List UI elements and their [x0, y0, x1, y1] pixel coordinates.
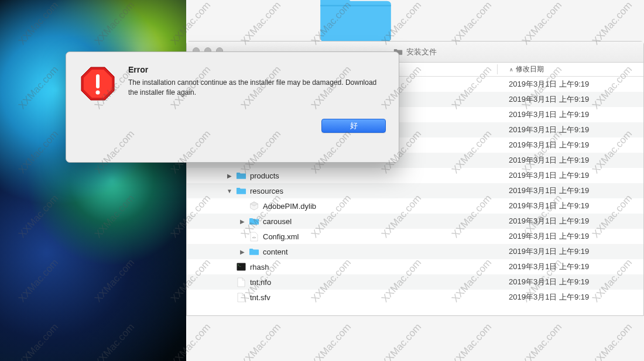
- watermark-text: XXMac.com: [590, 0, 635, 47]
- file-name-label: Config.xml: [263, 232, 299, 241]
- file-date-cell: 2019年3月1日 上午9:19: [497, 109, 643, 120]
- file-date-cell: 2019年3月1日 上午9:19: [497, 246, 643, 257]
- table-row[interactable]: <>Config.xml2019年3月1日 上午9:19: [187, 229, 643, 244]
- disclosure-triangle-icon[interactable]: ▶: [239, 249, 245, 255]
- watermark-text: XXMac.com: [379, 321, 424, 361]
- file-name-label: products: [250, 171, 279, 180]
- table-row[interactable]: ▶carousel2019年3月1日 上午9:19: [187, 214, 643, 229]
- table-row[interactable]: AdobePIM.dylib2019年3月1日 上午9:19: [187, 198, 643, 214]
- file-name-label: tnt.sfv: [250, 293, 270, 302]
- file-name-label: content: [263, 247, 288, 256]
- file-date-cell: 2019年3月1日 上午9:19: [497, 140, 643, 150]
- disclosure-triangle-icon[interactable]: ▶: [227, 173, 232, 179]
- column-header-date[interactable]: ∧ 修改日期: [497, 64, 643, 74]
- svg-rect-7: [96, 74, 100, 88]
- disclosure-triangle-icon[interactable]: ▶: [239, 218, 245, 225]
- file-name-cell[interactable]: tnt.nfo: [187, 277, 497, 287]
- xml-icon: <>: [249, 231, 259, 242]
- file-name-cell[interactable]: tnt.sfv: [187, 292, 497, 302]
- table-row[interactable]: tnt.sfv2019年3月1日 上午9:19: [187, 290, 643, 305]
- table-row[interactable]: ▶content2019年3月1日 上午9:19: [187, 244, 643, 259]
- folder-icon: [236, 170, 246, 181]
- watermark-text: XXMac.com: [520, 321, 564, 361]
- table-row[interactable]: ▶products2019年3月1日 上午9:19: [187, 168, 643, 183]
- watermark-text: XXMac.com: [239, 0, 283, 47]
- doc-icon: [236, 292, 246, 302]
- file-date-cell: 2019年3月1日 上午9:19: [497, 292, 643, 302]
- file-name-cell[interactable]: ▶content: [187, 246, 497, 257]
- file-date-cell: 2019年3月1日 上午9:19: [497, 79, 643, 90]
- error-dialog: Error The installation cannot continue a…: [66, 51, 399, 163]
- watermark-text: XXMac.com: [309, 321, 354, 361]
- file-name-label: carousel: [263, 217, 292, 226]
- file-name-cell[interactable]: ▼resources: [187, 185, 497, 196]
- alert-title: Error: [128, 65, 386, 74]
- file-name-label: rhash: [250, 263, 269, 271]
- svg-text:>_: >_: [238, 264, 241, 267]
- file-date-cell: 2019年3月1日 上午9:19: [497, 170, 643, 181]
- watermark-text: XXMac.com: [450, 0, 494, 47]
- file-date-cell: 2019年3月1日 上午9:19: [497, 201, 643, 211]
- svg-point-8: [96, 91, 100, 95]
- folder-icon: [249, 216, 259, 226]
- watermark-text: XXMac.com: [520, 0, 564, 47]
- file-date-cell: 2019年3月1日 上午9:19: [497, 125, 643, 135]
- file-date-cell: 2019年3月1日 上午9:19: [497, 231, 643, 242]
- watermark-text: XXMac.com: [450, 321, 494, 361]
- file-date-cell: 2019年3月1日 上午9:19: [497, 277, 643, 287]
- dylib-icon: [249, 201, 259, 211]
- folder-icon: [249, 246, 259, 257]
- file-name-label: AdobePIM.dylib: [263, 202, 316, 211]
- file-name-cell[interactable]: ▶carousel: [187, 216, 497, 226]
- desktop-folder-icon[interactable]: [316, 0, 395, 41]
- file-date-cell: 2019年3月1日 上午9:19: [497, 155, 643, 166]
- file-name-label: tnt.nfo: [250, 278, 271, 287]
- table-row[interactable]: ▼resources2019年3月1日 上午9:19: [187, 183, 643, 198]
- ok-button[interactable]: 好: [321, 119, 386, 133]
- file-name-cell[interactable]: <>Config.xml: [187, 231, 497, 242]
- finder-title-label: 安装文件: [393, 47, 437, 57]
- file-date-cell: 2019年3月1日 上午9:19: [497, 94, 643, 105]
- watermark-text: XXMac.com: [239, 321, 283, 361]
- table-row[interactable]: tnt.nfo2019年3月1日 上午9:19: [187, 274, 643, 290]
- svg-text:<>: <>: [252, 236, 256, 239]
- file-name-cell[interactable]: AdobePIM.dylib: [187, 201, 497, 211]
- file-date-cell: 2019年3月1日 上午9:19: [497, 216, 643, 226]
- file-name-cell[interactable]: >_rhash: [187, 262, 497, 272]
- file-name-label: resources: [250, 187, 283, 195]
- alert-message: The installation cannot continue as the …: [128, 78, 386, 98]
- file-name-cell[interactable]: ▶products: [187, 170, 497, 181]
- folder-icon: [236, 185, 246, 196]
- doc-icon: [236, 277, 246, 287]
- disclosure-triangle-icon[interactable]: ▼: [227, 188, 232, 194]
- exec-icon: >_: [236, 262, 246, 272]
- table-row[interactable]: >_rhash2019年3月1日 上午9:19: [187, 259, 643, 274]
- error-icon: [79, 65, 117, 102]
- file-date-cell: 2019年3月1日 上午9:19: [497, 262, 643, 272]
- watermark-text: XXMac.com: [590, 321, 635, 361]
- file-date-cell: 2019年3月1日 上午9:19: [497, 185, 643, 196]
- sort-ascending-icon: ∧: [509, 67, 513, 73]
